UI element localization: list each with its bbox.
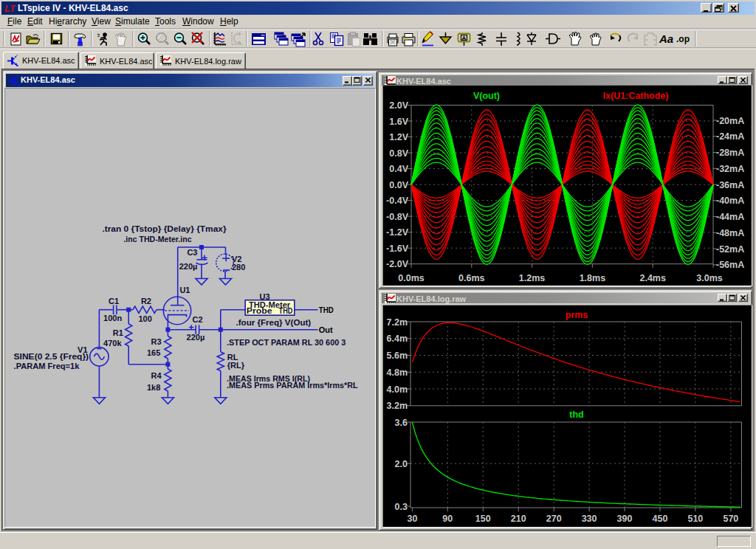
svg-text:C1: C1 xyxy=(109,297,119,305)
svg-text:Out: Out xyxy=(319,325,333,334)
svg-text:0.6ms: 0.6ms xyxy=(458,273,484,283)
svg-text:220µ: 220µ xyxy=(187,333,205,342)
svg-text:220µ: 220µ xyxy=(179,262,198,271)
svg-text:U3: U3 xyxy=(260,292,270,301)
svg-text:prms: prms xyxy=(566,310,588,320)
svg-text:7.2m: 7.2m xyxy=(387,317,408,328)
svg-text:R3: R3 xyxy=(151,337,162,346)
svg-text:0.3: 0.3 xyxy=(395,502,408,512)
svg-text:.MEAS Prms PARAM Irms*Irms*RL: .MEAS Prms PARAM Irms*Irms*RL xyxy=(227,381,358,390)
svg-text:C2: C2 xyxy=(193,315,203,324)
svg-text:100: 100 xyxy=(138,314,151,323)
svg-text:LT: LT xyxy=(4,3,16,13)
svg-text:-0.4V: -0.4V xyxy=(386,196,409,206)
svg-text:4.8m: 4.8m xyxy=(387,367,408,378)
svg-text:470k: 470k xyxy=(103,339,122,348)
svg-text:-2.0V: -2.0V xyxy=(386,259,409,269)
svg-text:1.8ms: 1.8ms xyxy=(580,273,605,283)
svg-text:-24mA: -24mA xyxy=(716,131,744,142)
svg-text:.op: .op xyxy=(676,34,690,44)
svg-text:THD: THD xyxy=(279,306,293,315)
svg-text:thd: thd xyxy=(569,410,583,420)
svg-text:-36mA: -36mA xyxy=(716,180,744,190)
svg-text:V2: V2 xyxy=(232,255,241,263)
svg-text:90: 90 xyxy=(442,514,453,524)
svg-text:R1: R1 xyxy=(113,328,123,337)
svg-text:270: 270 xyxy=(546,514,562,524)
svg-text:3.6: 3.6 xyxy=(395,418,408,428)
svg-text:570: 570 xyxy=(723,514,738,524)
svg-text:RL: RL xyxy=(227,353,238,362)
svg-text:-1.2V: -1.2V xyxy=(386,227,409,238)
svg-text:3.2m: 3.2m xyxy=(387,401,408,411)
svg-text:0.0V: 0.0V xyxy=(389,180,408,190)
svg-text:-0.8V: -0.8V xyxy=(386,212,409,222)
svg-text:6.4m: 6.4m xyxy=(387,334,408,344)
svg-text:0.8V: 0.8V xyxy=(389,148,408,159)
svg-text:{RL}: {RL} xyxy=(227,361,245,370)
svg-text:-20mA: -20mA xyxy=(716,116,744,126)
svg-text:Ix(U1:Cathode): Ix(U1:Cathode) xyxy=(603,91,669,101)
svg-text:390: 390 xyxy=(617,514,633,524)
svg-text:R4: R4 xyxy=(151,371,162,380)
svg-text:THD: THD xyxy=(319,305,334,314)
svg-text:-1.6V: -1.6V xyxy=(386,244,409,254)
svg-text:.four {Freq} V(Out): .four {Freq} V(Out) xyxy=(236,318,312,327)
svg-text:-48mA: -48mA xyxy=(716,228,744,238)
svg-text:Aa: Aa xyxy=(659,32,673,45)
svg-text:510: 510 xyxy=(687,514,703,524)
svg-text:.STEP OCT PARAM RL 30 600 3: .STEP OCT PARAM RL 30 600 3 xyxy=(227,338,346,347)
svg-text:1.2V: 1.2V xyxy=(389,132,408,142)
svg-text:1k8: 1k8 xyxy=(147,383,160,392)
svg-text:-32mA: -32mA xyxy=(716,164,744,174)
svg-text:2.0V: 2.0V xyxy=(389,100,408,111)
svg-text:1.6V: 1.6V xyxy=(389,117,408,127)
svg-text:0.0ms: 0.0ms xyxy=(398,273,424,283)
svg-text:-28mA: -28mA xyxy=(716,148,744,158)
svg-text:100n: 100n xyxy=(103,314,122,322)
svg-text:-56mA: -56mA xyxy=(716,260,744,270)
svg-text:C3: C3 xyxy=(187,248,197,257)
svg-text:330: 330 xyxy=(582,514,597,524)
svg-text:V(out): V(out) xyxy=(473,91,500,101)
svg-text:R2: R2 xyxy=(141,297,151,305)
svg-text:.tran 0 {Tstop} {Delay} {Tmax}: .tran 0 {Tstop} {Delay} {Tmax} xyxy=(102,224,227,233)
svg-text:2.4ms: 2.4ms xyxy=(639,273,665,283)
svg-text:U1: U1 xyxy=(179,286,190,294)
svg-text:-52mA: -52mA xyxy=(716,244,744,255)
svg-text:280: 280 xyxy=(232,263,245,272)
svg-text:5.6m: 5.6m xyxy=(387,351,408,361)
svg-text:2.0: 2.0 xyxy=(395,459,408,469)
svg-text:450: 450 xyxy=(653,514,668,524)
svg-text:Probe: Probe xyxy=(247,306,272,315)
svg-text:A: A xyxy=(462,35,467,41)
svg-text:.inc THD-Meter.inc: .inc THD-Meter.inc xyxy=(123,235,191,244)
svg-text:150: 150 xyxy=(475,514,491,524)
svg-text:-40mA: -40mA xyxy=(716,196,744,206)
svg-text:-44mA: -44mA xyxy=(716,212,744,222)
svg-text:.PARAM Freq=1k: .PARAM Freq=1k xyxy=(14,362,80,370)
svg-text:4.0m: 4.0m xyxy=(387,384,408,395)
svg-text:3.0ms: 3.0ms xyxy=(696,273,722,283)
svg-text:165: 165 xyxy=(147,348,160,357)
svg-text:0.4V: 0.4V xyxy=(389,164,408,174)
svg-text:30: 30 xyxy=(407,514,417,524)
svg-text:SINE(0 2.5 {Freq}): SINE(0 2.5 {Freq}) xyxy=(14,352,89,361)
svg-text:210: 210 xyxy=(511,514,526,524)
svg-text:1.2ms: 1.2ms xyxy=(519,273,545,283)
